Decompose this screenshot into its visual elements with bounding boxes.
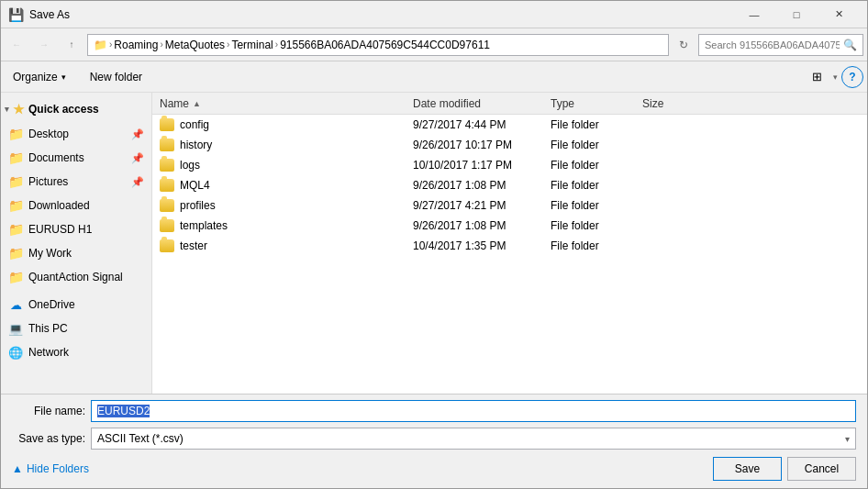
sidebar-item-eurusd[interactable]: 📁 EURUSD H1 (1, 217, 151, 241)
file-name-cell: profiles (180, 199, 216, 212)
address-bar: ← → ↑ 📁 › Roaming › MetaQuotes › Termina… (1, 28, 867, 61)
file-name-input[interactable] (91, 400, 856, 422)
sidebar-item-downloaded[interactable]: 📁 Downloaded (1, 194, 151, 217)
file-name-cell: templates (180, 219, 228, 232)
help-button[interactable]: ? (841, 66, 863, 88)
thispc-icon: 💻 (8, 321, 23, 336)
search-input[interactable] (705, 39, 840, 50)
file-area: Name ▲ Date modified Type Size config (152, 93, 867, 394)
folder-icon: 📁 (8, 174, 23, 189)
minimize-button[interactable]: — (733, 1, 775, 28)
table-row[interactable]: templates 9/26/2017 1:08 PM File folder (152, 216, 867, 236)
file-type-cell: File folder (547, 159, 639, 172)
file-name-cell: MQL4 (180, 179, 210, 192)
file-name-label: File name: (12, 405, 85, 417)
folder-icon: 📁 (8, 150, 23, 165)
path-segment-3: Terminal (231, 39, 273, 51)
column-type-header[interactable]: Type (547, 97, 639, 110)
path-arrow-1: › (109, 39, 112, 50)
file-type-cell: File folder (547, 139, 639, 151)
save-button[interactable]: Save (713, 457, 782, 481)
file-list-header: Name ▲ Date modified Type Size (152, 93, 867, 115)
file-name-cell: history (180, 139, 212, 151)
table-row[interactable]: history 9/26/2017 10:17 PM File folder (152, 135, 867, 155)
hide-folders-label: Hide Folders (27, 462, 89, 475)
file-type-cell: File folder (547, 239, 639, 252)
new-folder-button[interactable]: New folder (82, 65, 150, 89)
folder-icon: 📁 (8, 222, 23, 237)
filename-row: File name: (12, 400, 856, 422)
file-name-cell: config (180, 118, 209, 131)
pin-icon: 📌 (131, 152, 144, 164)
sidebar-item-mywork[interactable]: 📁 My Work (1, 241, 151, 265)
search-icon: 🔍 (843, 39, 857, 51)
chevron-up-icon: ▲ (12, 462, 23, 475)
search-box[interactable]: 🔍 (698, 34, 863, 56)
up-button[interactable]: ↑ (60, 34, 83, 56)
window-title: Save As (29, 8, 70, 21)
onedrive-icon: ☁ (8, 297, 23, 312)
refresh-button[interactable]: ↻ (673, 34, 695, 56)
sidebar-item-pictures[interactable]: 📁 Pictures 📌 (1, 170, 151, 194)
window-controls: — □ ✕ (733, 1, 860, 28)
chevron-down-icon: ▾ (5, 105, 9, 114)
column-name-header[interactable]: Name ▲ (152, 97, 409, 110)
sidebar-downloaded-label: Downloaded (28, 199, 90, 212)
sidebar-mywork-label: My Work (28, 247, 72, 260)
folder-icon (160, 179, 174, 192)
table-row[interactable]: profiles 9/27/2017 4:21 PM File folder (152, 195, 867, 216)
network-icon: 🌐 (8, 345, 23, 360)
folder-icon (160, 118, 174, 131)
back-button[interactable]: ← (5, 34, 28, 56)
column-size-header[interactable]: Size (639, 97, 712, 110)
sidebar-onedrive-label: OneDrive (28, 298, 75, 311)
folder-icon (160, 219, 174, 232)
organize-label: Organize (13, 71, 58, 83)
sidebar-item-onedrive[interactable]: ☁ OneDrive (1, 293, 151, 317)
quick-access-label: Quick access (28, 103, 99, 116)
forward-button[interactable]: → (32, 34, 56, 56)
file-type-cell: File folder (547, 118, 639, 131)
file-date-cell: 9/26/2017 1:08 PM (409, 179, 547, 192)
path-icon: 📁 (94, 39, 107, 51)
main-area: ▾ ★ Quick access 📁 Desktop 📌 📁 Documents… (1, 93, 867, 394)
path-segment-4: 915566BA06ADA407569C544CC0D97611 (280, 39, 490, 51)
sidebar-desktop-label: Desktop (28, 128, 69, 140)
sidebar-item-quantaction[interactable]: 📁 QuantAction Signal (1, 265, 151, 289)
sidebar-documents-label: Documents (28, 151, 84, 164)
close-button[interactable]: ✕ (818, 1, 860, 28)
new-folder-label: New folder (90, 71, 142, 83)
pin-icon: 📌 (131, 176, 144, 188)
folder-icon: 📁 (8, 246, 23, 261)
hide-folders-button[interactable]: ▲ Hide Folders (12, 462, 89, 475)
column-date-header[interactable]: Date modified (409, 97, 547, 110)
maximize-button[interactable]: □ (775, 1, 818, 28)
table-row[interactable]: config 9/27/2017 4:44 PM File folder (152, 115, 867, 135)
file-type-cell: File folder (547, 199, 639, 212)
table-row[interactable]: tester 10/4/2017 1:35 PM File folder (152, 236, 867, 256)
view-arrow-icon: ▾ (833, 72, 838, 82)
bottom-actions-row: ▲ Hide Folders Save Cancel (12, 455, 856, 483)
path-segment-2: MetaQuotes (165, 39, 225, 51)
organize-button[interactable]: Organize ▾ (5, 65, 74, 89)
save-as-type-label: Save as type: (12, 432, 85, 445)
cancel-button[interactable]: Cancel (787, 457, 856, 481)
view-button[interactable]: ⊞ (804, 66, 829, 88)
save-as-type-select[interactable]: ASCII Text (*.csv) ▾ (91, 428, 856, 450)
folder-icon (160, 199, 174, 212)
folder-icon: 📁 (8, 127, 23, 141)
table-row[interactable]: logs 10/10/2017 1:17 PM File folder (152, 155, 867, 175)
sidebar-item-documents[interactable]: 📁 Documents 📌 (1, 146, 151, 170)
folder-icon (160, 139, 174, 151)
quick-access-star-icon: ★ (13, 102, 25, 117)
sidebar-item-desktop[interactable]: 📁 Desktop 📌 (1, 122, 151, 146)
address-path[interactable]: 📁 › Roaming › MetaQuotes › Terminal › 91… (87, 34, 669, 56)
select-chevron-icon: ▾ (845, 434, 850, 444)
sidebar-item-network[interactable]: 🌐 Network (1, 340, 151, 364)
table-row[interactable]: MQL4 9/26/2017 1:08 PM File folder (152, 175, 867, 195)
file-name-cell: logs (180, 159, 200, 172)
sidebar-item-thispc[interactable]: 💻 This PC (1, 317, 151, 340)
quick-access-header[interactable]: ▾ ★ Quick access (1, 96, 151, 122)
pin-icon: 📌 (131, 128, 144, 140)
file-date-cell: 10/4/2017 1:35 PM (409, 239, 547, 252)
